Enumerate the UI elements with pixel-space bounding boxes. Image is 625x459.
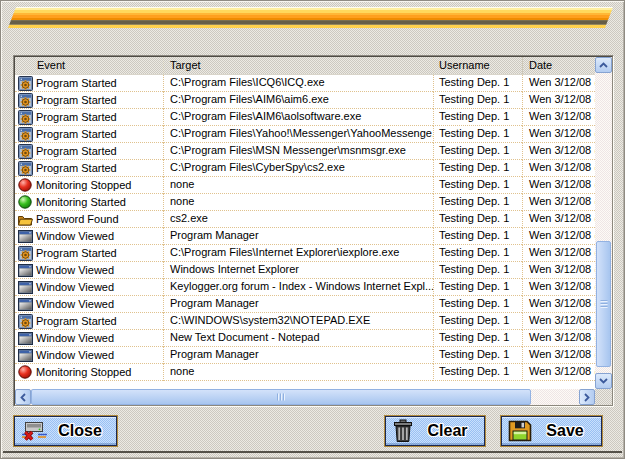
scroll-left-button[interactable]	[15, 389, 31, 405]
date-cell: Wen 3/12/08 @	[522, 160, 595, 177]
table-row[interactable]: Program StartedC:\Program Files\ICQ6\ICQ…	[15, 75, 595, 92]
event-cell: Window Viewed	[15, 296, 163, 313]
column-header-date[interactable]: Date	[522, 57, 595, 74]
floppy-disk-icon	[508, 420, 532, 442]
chevron-down-icon	[599, 378, 608, 384]
trash-icon	[392, 419, 414, 443]
target-cell: Program Manager	[163, 347, 433, 364]
date-cell: Wen 3/12/08 @	[522, 143, 595, 160]
target-cell: New Text Document - Notepad	[163, 330, 433, 347]
vertical-scrollbar[interactable]	[595, 57, 612, 389]
target-cell: C:\Program Files\MSN Messenger\msnmsgr.e…	[163, 143, 433, 160]
column-header-event[interactable]: Event	[15, 57, 163, 74]
program-started-icon	[17, 314, 33, 329]
date-cell: Wen 3/12/08 @	[522, 177, 595, 194]
table-row[interactable]: Monitoring StoppednoneTesting Dep. 1Wen …	[15, 364, 595, 381]
table-row[interactable]: Monitoring StartednoneTesting Dep. 1Wen …	[15, 194, 595, 211]
program-started-icon	[17, 76, 33, 91]
close-button-label: Close	[47, 422, 113, 441]
event-label: Program Started	[36, 144, 117, 159]
column-header-username[interactable]: Username	[433, 57, 522, 74]
table-row[interactable]: Program StartedC:\Program Files\AIM6\aol…	[15, 109, 595, 126]
date-cell: Wen 3/12/08 @	[522, 313, 595, 330]
username-cell: Testing Dep. 1	[433, 211, 522, 228]
password-found-icon	[17, 212, 33, 227]
scroll-right-button[interactable]	[579, 389, 595, 405]
table-row[interactable]: Window ViewedKeylogger.org forum - Index…	[15, 279, 595, 296]
target-cell: Keylogger.org forum - Index - Windows In…	[163, 279, 433, 296]
username-cell: Testing Dep. 1	[433, 177, 522, 194]
program-started-icon	[17, 161, 33, 176]
username-cell: Testing Dep. 1	[433, 279, 522, 296]
username-cell: Testing Dep. 1	[433, 228, 522, 245]
close-computer-icon	[21, 420, 47, 442]
table-row[interactable]: Program StartedC:\Program Files\AIM6\aim…	[15, 92, 595, 109]
event-cell: Program Started	[15, 160, 163, 177]
event-cell: Monitoring Stopped	[15, 364, 163, 381]
event-label: Program Started	[36, 93, 117, 108]
scroll-down-button[interactable]	[595, 373, 612, 389]
event-label: Program Started	[36, 127, 117, 142]
target-cell: C:\Program Files\ICQ6\ICQ.exe	[163, 75, 433, 92]
table-row[interactable]: Window ViewedProgram ManagerTesting Dep.…	[15, 228, 595, 245]
event-cell: Window Viewed	[15, 228, 163, 245]
close-button[interactable]: Close	[14, 416, 117, 446]
clear-button[interactable]: Clear	[385, 416, 485, 446]
table-row[interactable]: Monitoring StoppednoneTesting Dep. 1Wen …	[15, 177, 595, 194]
username-cell: Testing Dep. 1	[433, 245, 522, 262]
event-cell: Window Viewed	[15, 279, 163, 296]
date-cell: Wen 3/12/08 @	[522, 211, 595, 228]
table-row[interactable]: Window ViewedNew Text Document - Notepad…	[15, 330, 595, 347]
program-started-icon	[17, 127, 33, 142]
event-cell: Window Viewed	[15, 330, 163, 347]
column-header-target[interactable]: Target	[163, 57, 433, 74]
title-banner	[8, 7, 613, 28]
table-row[interactable]: Window ViewedProgram ManagerTesting Dep.…	[15, 296, 595, 313]
horizontal-scroll-thumb[interactable]	[31, 389, 531, 405]
bottom-groove-line	[3, 451, 622, 453]
target-cell: C:\Program Files\Internet Explorer\iexpl…	[163, 245, 433, 262]
table-row[interactable]: Program StartedC:\Program Files\Yahoo!\M…	[15, 126, 595, 143]
username-cell: Testing Dep. 1	[433, 160, 522, 177]
username-cell: Testing Dep. 1	[433, 109, 522, 126]
table-row[interactable]: Program StartedC:\WINDOWS\system32\NOTEP…	[15, 313, 595, 330]
event-label: Window Viewed	[36, 280, 114, 295]
target-cell: C:\Program Files\AIM6\aolsoftware.exe	[163, 109, 433, 126]
event-label: Window Viewed	[36, 348, 114, 363]
event-label: Password Found	[36, 212, 119, 227]
date-cell: Wen 3/12/08 @	[522, 194, 595, 211]
window-viewed-icon	[17, 297, 33, 312]
date-cell: Wen 3/12/08 @	[522, 245, 595, 262]
date-cell: Wen 3/12/08 @	[522, 92, 595, 109]
event-log-window: EventTargetUsernameDate Program StartedC…	[0, 0, 625, 459]
date-cell: Wen 3/12/08 @	[522, 279, 595, 296]
table-border: EventTargetUsernameDate Program StartedC…	[14, 56, 613, 406]
window-viewed-icon	[17, 331, 33, 346]
table-row[interactable]: Program StartedC:\Program Files\Internet…	[15, 245, 595, 262]
table-row[interactable]: Program StartedC:\Program Files\CyberSpy…	[15, 160, 595, 177]
scroll-up-button[interactable]	[595, 57, 612, 73]
table-row[interactable]: Password Foundcs2.exeTesting Dep. 1Wen 3…	[15, 211, 595, 228]
event-cell: Password Found	[15, 211, 163, 228]
horizontal-scrollbar[interactable]	[15, 389, 595, 405]
target-cell: Windows Internet Explorer	[163, 262, 433, 279]
date-cell: Wen 3/12/08 @	[522, 109, 595, 126]
table-content: EventTargetUsernameDate Program StartedC…	[15, 57, 595, 389]
target-cell: Program Manager	[163, 296, 433, 313]
table-row[interactable]: Window ViewedProgram ManagerTesting Dep.…	[15, 347, 595, 364]
monitoring-stopped-icon	[17, 365, 33, 380]
date-cell: Wen 3/12/08 @	[522, 126, 595, 143]
vertical-scroll-thumb[interactable]	[596, 241, 611, 367]
table-row[interactable]: Window ViewedWindows Internet ExplorerTe…	[15, 262, 595, 279]
table-row[interactable]: Program StartedC:\Program Files\MSN Mess…	[15, 143, 595, 160]
target-cell: none	[163, 177, 433, 194]
date-cell: Wen 3/12/08 @	[522, 262, 595, 279]
program-started-icon	[17, 110, 33, 125]
target-cell: C:\Program Files\AIM6\aim6.exe	[163, 92, 433, 109]
username-cell: Testing Dep. 1	[433, 126, 522, 143]
username-cell: Testing Dep. 1	[433, 143, 522, 160]
save-button[interactable]: Save	[501, 416, 602, 446]
event-label: Window Viewed	[36, 331, 114, 346]
target-cell: C:\Program Files\Yahoo!\Messenger\YahooM…	[163, 126, 433, 143]
program-started-icon	[17, 246, 33, 261]
